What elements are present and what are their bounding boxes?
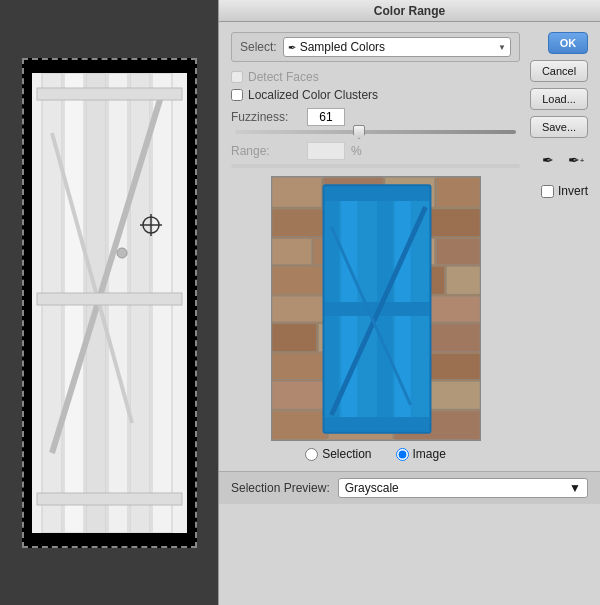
eyedropper-add-tool[interactable]: ✒+ xyxy=(564,148,588,172)
selection-radio-option[interactable]: Selection xyxy=(305,447,371,461)
svg-rect-56 xyxy=(323,417,430,433)
eyedropper-icon: ✒ xyxy=(288,42,296,53)
select-dropdown-arrow: ▼ xyxy=(498,43,506,52)
range-input[interactable] xyxy=(307,142,345,160)
bw-image-container xyxy=(22,58,197,548)
select-dropdown[interactable]: ✒ Sampled Colors ▼ xyxy=(283,37,511,57)
localized-color-clusters-checkbox[interactable] xyxy=(231,89,243,101)
invert-checkbox[interactable] xyxy=(541,185,554,198)
selection-image-radio-row: Selection Image xyxy=(231,447,520,461)
svg-rect-35 xyxy=(272,324,317,352)
svg-rect-44 xyxy=(272,411,326,440)
dialog-image-preview xyxy=(271,176,481,441)
eyedropper-tools-row: ✒ ✒+ xyxy=(536,148,588,172)
svg-rect-24 xyxy=(272,239,312,265)
localized-color-clusters-row: Localized Color Clusters xyxy=(231,88,520,102)
image-radio-option[interactable]: Image xyxy=(396,447,446,461)
selection-radio-label: Selection xyxy=(322,447,371,461)
selection-preview-dropdown[interactable]: Grayscale ▼ xyxy=(338,478,588,498)
range-label: Range: xyxy=(231,144,301,158)
svg-rect-20 xyxy=(436,177,480,207)
svg-rect-17 xyxy=(272,177,322,207)
range-slider-track xyxy=(231,164,520,168)
fuzziness-label: Fuzziness: xyxy=(231,110,301,124)
dialog-body: Select: ✒ Sampled Colors ▼ Detect Faces xyxy=(231,32,588,471)
dialog-title: Color Range xyxy=(374,4,445,18)
range-row: Range: % xyxy=(231,142,520,160)
selection-preview-arrow: ▼ xyxy=(569,481,581,495)
range-pct: % xyxy=(351,144,362,158)
select-value: Sampled Colors xyxy=(300,40,385,54)
eyedropper-normal-tool[interactable]: ✒ xyxy=(536,148,560,172)
right-controls: OK Cancel Load... Save... ✒ ✒+ Invert xyxy=(520,32,588,471)
fuzziness-slider-track xyxy=(235,130,516,134)
selection-preview-label: Selection Preview: xyxy=(231,481,330,495)
selection-radio[interactable] xyxy=(305,448,318,461)
fuzziness-input[interactable] xyxy=(307,108,345,126)
svg-rect-10 xyxy=(37,293,182,305)
svg-rect-27 xyxy=(436,239,480,265)
localized-color-clusters-label: Localized Color Clusters xyxy=(248,88,378,102)
select-label: Select: xyxy=(240,40,277,54)
fuzziness-slider-container xyxy=(231,130,520,134)
save-button[interactable]: Save... xyxy=(530,116,588,138)
select-row: Select: ✒ Sampled Colors ▼ xyxy=(231,32,520,62)
cancel-button[interactable]: Cancel xyxy=(530,60,588,82)
dialog-content-area: Select: ✒ Sampled Colors ▼ Detect Faces xyxy=(219,22,600,605)
selection-preview-value: Grayscale xyxy=(345,481,399,495)
left-image-panel xyxy=(0,0,218,605)
image-radio-label: Image xyxy=(413,447,446,461)
svg-rect-11 xyxy=(37,493,182,505)
ok-button[interactable]: OK xyxy=(548,32,588,54)
bw-shutter-image xyxy=(32,73,187,533)
svg-rect-9 xyxy=(37,88,182,100)
image-radio[interactable] xyxy=(396,448,409,461)
select-dropdown-text: ✒ Sampled Colors xyxy=(288,40,385,54)
load-button[interactable]: Load... xyxy=(530,88,588,110)
main-content-area: Select: ✒ Sampled Colors ▼ Detect Faces xyxy=(231,32,520,471)
svg-rect-38 xyxy=(272,354,331,380)
detect-faces-row: Detect Faces xyxy=(231,70,520,84)
color-range-dialog: Color Range Select: ✒ Sampled Colors ▼ xyxy=(218,0,600,605)
invert-row: Invert xyxy=(541,184,588,198)
fuzziness-row: Fuzziness: xyxy=(231,108,520,126)
dialog-title-bar: Color Range xyxy=(219,0,600,22)
fuzziness-slider-thumb[interactable] xyxy=(353,125,365,139)
selection-preview-row: Selection Preview: Grayscale ▼ xyxy=(219,471,600,504)
svg-rect-28 xyxy=(272,266,326,294)
invert-label: Invert xyxy=(558,184,588,198)
svg-point-12 xyxy=(117,248,127,258)
svg-rect-31 xyxy=(446,266,480,294)
detect-faces-label: Detect Faces xyxy=(248,70,319,84)
svg-rect-54 xyxy=(323,185,430,201)
detect-faces-checkbox[interactable] xyxy=(231,71,243,83)
